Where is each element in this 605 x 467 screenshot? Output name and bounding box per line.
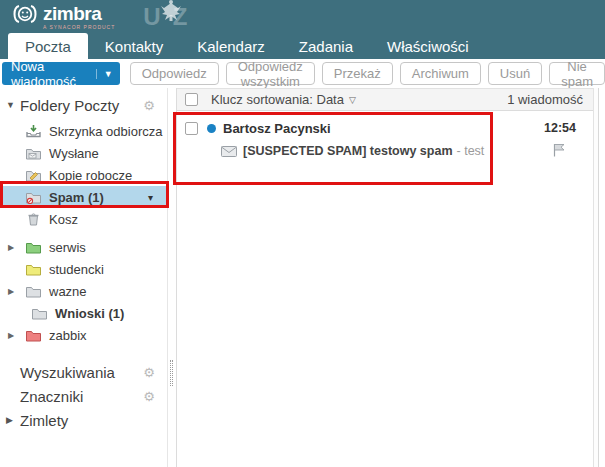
message-list-item[interactable]: Bartosz Pacynski 12:54 [SUSPECTED SPAM] … — [177, 111, 593, 162]
toolbar-buttons: Odpowiedz Odpowiedz wszystkim Przekaż Ar… — [130, 62, 605, 85]
select-all-checkbox[interactable] — [185, 93, 198, 106]
message-subject: [SUSPECTED SPAM] testowy spam — [243, 144, 453, 158]
zimbra-logo-text: zimbra — [43, 4, 101, 23]
delete-button[interactable]: Usuń — [488, 62, 542, 85]
gray-folder-icon — [26, 285, 41, 298]
reading-pane-edge — [598, 88, 604, 467]
tab-kalendarz[interactable]: Kalendarz — [180, 33, 282, 59]
main-content: ▼ Foldery Poczty ⚙ Skrzynka odbiorcza — [0, 88, 605, 467]
gear-icon[interactable]: ⚙ — [143, 98, 155, 113]
zimbra-mail-window: zimbra A SYNACOR PRODUCT UZ Poczta Konta… — [0, 0, 605, 467]
expand-icon[interactable]: ▶ — [6, 415, 13, 425]
eagle-emblem-icon — [160, 0, 182, 28]
gear-icon[interactable]: ⚙ — [143, 389, 155, 404]
sort-key-label[interactable]: Klucz sortowania: Data — [211, 92, 344, 107]
sidebar-item-serwis[interactable]: ▶ serwis — [0, 236, 167, 258]
message-checkbox[interactable] — [185, 122, 198, 135]
message-row-sender: Bartosz Pacynski 12:54 — [177, 116, 593, 140]
sidebar-item-wnioski[interactable]: Wnioski (1) — [0, 302, 167, 324]
sidebar-section-searches[interactable]: Wyszukiwania ⚙ — [0, 360, 167, 384]
forward-button[interactable]: Przekaż — [322, 62, 393, 85]
tab-zadania[interactable]: Zadania — [282, 33, 370, 59]
archive-button[interactable]: Archiwum — [400, 62, 481, 85]
sidebar-section-tags[interactable]: Znaczniki ⚙ — [0, 384, 167, 408]
new-message-button[interactable]: Nowa wiadomość ▼ — [2, 62, 120, 85]
app-header: zimbra A SYNACOR PRODUCT UZ — [0, 0, 605, 33]
panel-divider — [168, 88, 176, 467]
trash-icon — [26, 212, 41, 226]
expand-icon[interactable]: ▶ — [8, 331, 14, 340]
tab-wlasciwosci[interactable]: Właściwości — [370, 33, 486, 59]
drafts-folder-icon — [26, 169, 41, 182]
message-list-panel: Klucz sortowania: Data ▽ 1 wiadomość Bar… — [176, 88, 593, 467]
sidebar-item-trash[interactable]: Kosz — [0, 208, 167, 230]
expand-icon[interactable]: ▶ — [8, 243, 14, 252]
mail-toolbar: Nowa wiadomość ▼ Odpowiedz Odpowiedz wsz… — [0, 59, 605, 88]
message-time: 12:54 — [544, 121, 576, 135]
app-tab-bar: Poczta Kontakty Kalendarz Zadania Właści… — [0, 33, 605, 59]
green-folder-icon — [26, 241, 41, 254]
flag-icon[interactable] — [553, 143, 566, 161]
folder-dropdown-icon[interactable]: ▾ — [148, 192, 153, 203]
sidebar-resize-grip[interactable] — [170, 360, 173, 386]
yellow-folder-icon — [26, 263, 41, 276]
gray-folder-icon — [32, 307, 47, 320]
message-sender: Bartosz Pacynski — [223, 121, 331, 136]
sidebar-item-sent[interactable]: Wysłane — [0, 142, 167, 164]
red-folder-icon — [26, 329, 41, 342]
envelope-icon — [221, 146, 237, 157]
expand-icon[interactable]: ▶ — [8, 287, 14, 296]
zimbra-smiley-icon — [10, 4, 40, 24]
sort-descending-icon[interactable]: ▽ — [349, 95, 356, 105]
sidebar-item-wazne[interactable]: ▶ wazne — [0, 280, 167, 302]
gear-icon[interactable]: ⚙ — [143, 365, 155, 380]
mail-folders-header[interactable]: ▼ Foldery Poczty ⚙ — [0, 94, 167, 116]
list-header: Klucz sortowania: Data ▽ 1 wiadomość — [177, 88, 593, 111]
not-spam-button[interactable]: Nie spam — [549, 62, 605, 85]
tab-kontakty[interactable]: Kontakty — [88, 33, 180, 59]
message-snippet: - test — [457, 144, 485, 158]
reply-button[interactable]: Odpowiedz — [130, 62, 219, 85]
new-message-dropdown-icon[interactable]: ▼ — [96, 69, 120, 79]
sidebar-item-spam[interactable]: Spam (1) ▾ — [0, 186, 167, 208]
sent-folder-icon — [26, 147, 41, 160]
sidebar-item-drafts[interactable]: Kopie robocze — [0, 164, 167, 186]
sidebar-item-inbox[interactable]: Skrzynka odbiorcza — [0, 120, 167, 142]
zimbra-logo: zimbra A SYNACOR PRODUCT — [10, 4, 115, 30]
inbox-icon — [26, 124, 41, 138]
message-row-subject: [SUSPECTED SPAM] testowy spam - test — [177, 140, 593, 162]
organization-logo: UZ — [143, 3, 199, 31]
sidebar-item-zabbix[interactable]: ▶ zabbix — [0, 324, 167, 346]
message-count: 1 wiadomość — [507, 92, 583, 107]
folder-sidebar: ▼ Foldery Poczty ⚙ Skrzynka odbiorcza — [0, 88, 168, 467]
sidebar-item-studencki[interactable]: studencki — [0, 258, 167, 280]
reply-all-button[interactable]: Odpowiedz wszystkim — [226, 62, 315, 85]
unread-dot-icon — [207, 124, 216, 133]
zimbra-tagline: A SYNACOR PRODUCT — [43, 25, 115, 30]
tab-poczta[interactable]: Poczta — [8, 33, 88, 59]
collapse-icon[interactable]: ▼ — [6, 100, 20, 110]
sidebar-section-zimlets[interactable]: ▶ Zimlety — [0, 408, 167, 432]
spam-folder-icon — [26, 191, 41, 204]
